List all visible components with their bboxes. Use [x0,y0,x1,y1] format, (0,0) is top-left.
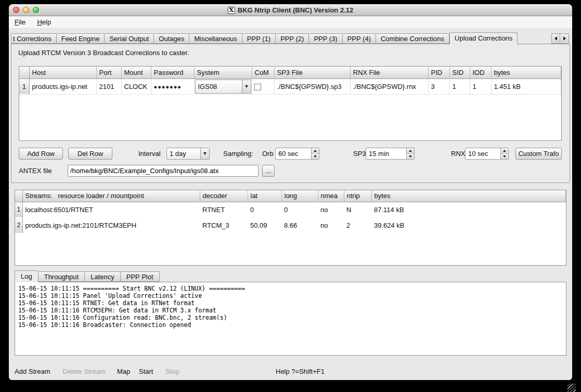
column-header-port: Port [96,67,121,79]
title-bar[interactable]: X BKG Ntrip Client (BNC) Version 2.12 [9,4,572,16]
log-output: 15-06-15 10:11:15 ========== Start BNC v… [15,282,566,356]
tab-scroll-left-button[interactable] [551,33,560,44]
nmea-cell: no [318,202,344,217]
rnx-sampling-spinner[interactable]: 10 sec [465,148,509,160]
tab-combine-corrections[interactable]: Combine Corrections [376,33,449,44]
chevron-right-icon [563,36,566,41]
row-header-2: 2 [15,217,22,233]
long-cell: 0 [281,202,318,217]
menu-file[interactable]: File [10,17,30,28]
menu-bar: File Help [9,17,572,29]
menu-help[interactable]: Help [32,17,56,28]
com-cell [252,79,274,94]
panel-description: Upload RTCM Version 3 Broadcast Correcti… [18,49,189,57]
map-button[interactable]: Map [117,367,130,377]
tab-serial-output[interactable]: Serial Output [105,33,154,44]
tab-log[interactable]: Log [15,270,38,282]
tab-ppp-4[interactable]: PPP (4) [343,33,376,44]
desktop-background: X BKG Ntrip Client (BNC) Version 2.12 Fi… [0,0,581,392]
system-combo[interactable]: IGS08 [195,80,251,94]
rnx-sampling-value: 10 sec [466,148,500,159]
column-header-mountpoint: Streams: resource loader / mountpoint [22,190,200,202]
log-line: 15-06-15 10:11:16 Configuration read: BN… [18,314,563,321]
column-header-nmea: nmea [318,190,344,202]
upload-corrections-panel: Upload RTCM Version 3 Broadcast Correcti… [11,44,570,183]
spinner-arrows[interactable] [406,148,414,159]
log-line: 15-06-15 10:11:15 ========== Start BNC v… [18,285,563,292]
column-header-sid: SID [449,67,470,79]
tab-outages[interactable]: Outages [154,33,189,44]
password-cell[interactable]: ●●●●●●● [151,79,194,94]
stream-row[interactable]: 2 products.igs-ip.net:2101/RTCM3EPH RTCM… [15,217,566,233]
add-stream-button[interactable]: Add Stream [15,367,50,377]
delete-stream-button[interactable]: Delete Stream [62,367,106,377]
orb-sampling-spinner[interactable]: 60 sec [275,148,319,160]
nmea-cell: no [318,217,344,233]
rnx-label: RNX [451,148,465,160]
add-row-button[interactable]: Add Row [19,148,63,160]
column-header-iod: IOD [470,67,491,79]
upload-table: Host Port Mount Password System CoM SP3 … [19,66,562,141]
tab-ppp-2[interactable]: PPP (2) [276,33,309,44]
close-button[interactable] [13,7,19,13]
corner-header [15,190,22,202]
com-checkbox[interactable] [254,84,261,90]
minimize-button[interactable] [23,7,29,13]
mount-cell[interactable]: CLOCK [121,79,151,94]
background-resize-grip[interactable] [567,384,576,392]
tab-latency[interactable]: Latency [85,271,121,282]
tab-throughput[interactable]: Throughput [38,271,85,282]
chevron-down-icon [200,148,209,159]
decoder-cell: RTNET [200,202,248,217]
tab-ppp-plot[interactable]: PPP Plot [121,271,160,282]
spinner-arrows[interactable] [311,148,319,159]
interval-combo[interactable]: 1 day [166,148,210,160]
bytes-cell: 39.624 kB [371,217,566,233]
spinner-up-icon [409,150,412,152]
tab-feed-engine[interactable]: Feed Engine [57,33,105,44]
column-header-rnx-file: RNX File [350,67,428,79]
sp3-sampling-spinner[interactable]: 15 min [366,148,415,160]
sid-cell[interactable]: 1 [449,79,470,94]
stream-row[interactable]: 1 localhost:6501/RTNET RTNET 0 0 no N 87… [15,202,566,217]
iod-cell[interactable]: 1 [470,79,491,94]
antex-file-input[interactable] [68,165,259,177]
main-tab-bar: t Corrections Feed Engine Serial Output … [11,32,570,44]
row-header-1: 1 [19,79,29,94]
sp3-file-cell[interactable]: ./BNC${GPSWD}.sp3 [274,79,350,94]
del-row-button[interactable]: Del Row [68,148,112,160]
orb-label: Orb [262,148,274,160]
column-header-host: Host [29,67,96,79]
rnx-file-cell[interactable]: ./BNC${GPSWD}.rnx [350,79,428,94]
streams-table: Streams: resource loader / mountpoint de… [15,190,566,266]
tab-ppp-1[interactable]: PPP (1) [242,33,276,44]
spinner-arrows[interactable] [500,148,508,159]
help-shortcut-label: Help ?=Shift+F1 [276,367,325,377]
custom-trafo-button[interactable]: Custom Trafo [515,148,562,160]
decoder-cell: RTCM_3 [200,217,248,233]
stop-button[interactable]: Stop [165,367,179,377]
sp3-label: SP3 [353,148,366,160]
tab-broadcast-corrections[interactable]: t Corrections [11,33,57,44]
tab-ppp-3[interactable]: PPP (3) [309,33,342,44]
tab-upload-corrections[interactable]: Upload Corrections [449,32,518,44]
window-controls [13,7,39,13]
system-cell: IGS08 [194,79,252,94]
monitor-tab-bar: Log Throughput Latency PPP Plot [15,270,160,282]
interval-value: 1 day [167,148,200,159]
start-button[interactable]: Start [139,367,153,377]
chevron-down-icon [242,80,251,93]
pid-cell[interactable]: 3 [428,79,449,94]
system-combo-value: IGS08 [196,80,242,93]
column-header-lat: lat [248,190,281,202]
tab-miscellaneous[interactable]: Miscellaneous [189,33,242,44]
tab-scroll-right-button[interactable] [560,33,569,44]
antex-file-label: ANTEX file [19,165,52,177]
zoom-button[interactable] [33,7,39,13]
port-cell[interactable]: 2101 [96,79,121,94]
corner-header [19,67,29,79]
spinner-down-icon [409,155,412,158]
host-cell[interactable]: products.igs-ip.net [29,79,96,94]
antex-browse-button[interactable]: ... [262,165,275,177]
column-header-system: System [194,67,252,79]
